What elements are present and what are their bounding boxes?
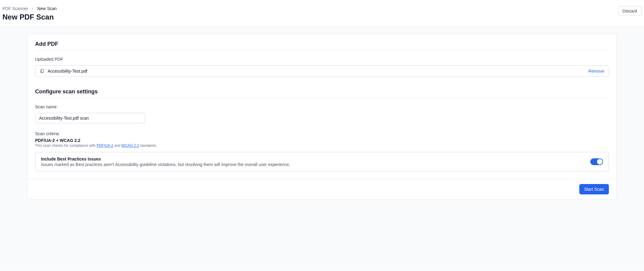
uploaded-pdf-label: Uploaded PDF (35, 57, 609, 62)
remove-file-link[interactable]: Remove (588, 69, 604, 74)
best-practices-desc: Issues marked as Best practices aren't A… (41, 162, 290, 167)
start-scan-button[interactable]: Start Scan (579, 184, 609, 194)
scan-criteria-value: PDF/UA-2 + WCAG 2.2 (35, 138, 609, 143)
uploaded-file-name: Accessibility-Test.pdf (48, 69, 87, 74)
wcag-2-2-link[interactable]: WCAG 2.2 (121, 143, 139, 148)
scan-criteria-desc: This scan checks for compliance with PDF… (35, 143, 609, 148)
best-practices-toggle[interactable] (590, 158, 603, 165)
scan-form-card: Add PDF Uploaded PDF Accessibility-Test.… (27, 34, 617, 200)
breadcrumb-current: New Scan (37, 6, 57, 11)
page-title: New PDF Scan (2, 13, 57, 21)
breadcrumb-root[interactable]: PDF Scanner (2, 6, 28, 11)
scan-criteria-label: Scan criteria (35, 131, 609, 136)
add-pdf-title: Add PDF (35, 41, 609, 51)
best-practices-row: Include Best Practices Issues Issues mar… (35, 152, 609, 172)
discard-button[interactable]: Discard (618, 6, 642, 16)
chevron-right-icon (31, 7, 34, 10)
configure-title: Configure scan settings (35, 89, 609, 98)
breadcrumb: PDF Scanner New Scan (2, 6, 57, 11)
pdf-ua-2-link[interactable]: PDF/UA-2 (96, 143, 113, 148)
svg-rect-0 (41, 69, 44, 72)
best-practices-title: Include Best Practices Issues (41, 157, 290, 161)
uploaded-file-row: Accessibility-Test.pdf Remove (35, 65, 609, 77)
scan-name-input[interactable] (35, 113, 145, 123)
scan-name-label: Scan name (35, 104, 609, 109)
file-icon (40, 69, 45, 74)
